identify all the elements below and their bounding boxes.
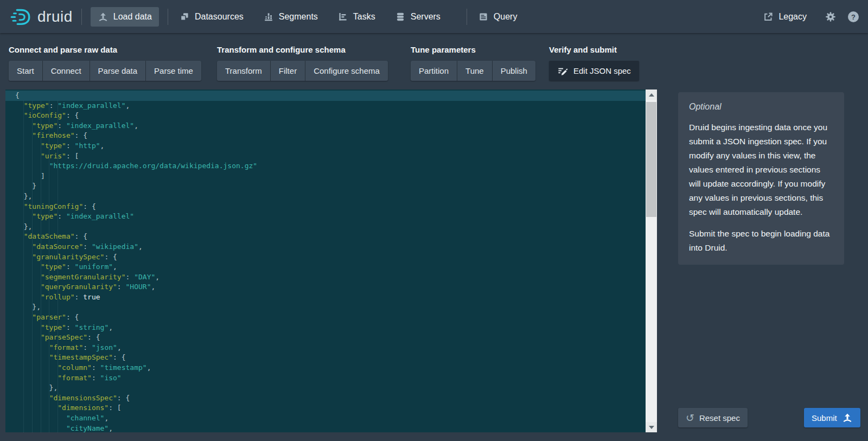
upload-icon [842, 412, 853, 423]
editor-line[interactable]: "parseSpec": { [15, 333, 646, 343]
step-group-heading: Tune parameters [411, 45, 535, 54]
editor-line[interactable]: "rollup": true [15, 292, 646, 303]
json-editor-content[interactable]: { "type": "index_parallel", "ioConfig": … [5, 90, 646, 432]
step-button-configure-schema[interactable]: Configure schema [305, 61, 388, 81]
editor-line[interactable]: "type": "index_parallel", [15, 121, 646, 131]
nav-item-datasources[interactable]: Datasources [177, 7, 246, 27]
callout-title: Optional [689, 102, 833, 112]
editor-line[interactable]: "dimensions": [ [15, 403, 646, 413]
navbar-divider [467, 9, 467, 25]
load-data-button[interactable]: Load data [91, 7, 159, 27]
navbar-divider [81, 9, 82, 25]
step-group-connect: Connect and parse raw data Start Connect… [9, 45, 201, 81]
navbar-divider [168, 9, 168, 25]
json-spec-editor[interactable]: { "type": "index_parallel", "ioConfig": … [5, 90, 646, 432]
step-button-group: Transform Filter Configure schema [217, 61, 388, 81]
help-icon[interactable]: ? [847, 11, 859, 23]
druid-console: druid Load data Datasources [0, 0, 868, 441]
reset-spec-label: Reset spec [699, 413, 740, 423]
editor-line[interactable]: "channel", [15, 413, 646, 424]
step-button-publish[interactable]: Publish [493, 61, 535, 81]
step-button-group: Partition Tune Publish [411, 61, 535, 81]
editor-line[interactable]: "firehose": { [15, 131, 646, 141]
edit-spec-label: Edit JSON spec [573, 66, 631, 75]
editor-line[interactable]: "ioConfig": { [15, 111, 646, 121]
editor-line[interactable]: "cityName", [15, 424, 646, 432]
editor-line[interactable]: "format": "json", [15, 343, 646, 353]
editor-line[interactable]: }, [15, 191, 646, 202]
editor-line[interactable]: "dimensionsSpec": { [15, 393, 646, 404]
step-group-verify: Verify and submit Edit JSON spec [549, 45, 639, 81]
step-group-heading: Connect and parse raw data [9, 45, 201, 54]
editor-line[interactable]: "parser": { [15, 312, 646, 323]
nav-item-servers[interactable]: Servers [393, 7, 443, 27]
segments-icon [263, 11, 274, 22]
editor-line[interactable]: "type": "index_parallel" [15, 212, 646, 222]
edit-spec-icon [557, 66, 568, 76]
settings-gear-icon[interactable] [825, 11, 837, 23]
spec-help-callout: Optional Druid begins ingesting data onc… [678, 92, 844, 265]
editor-line[interactable]: "queryGranularity": "HOUR", [15, 282, 646, 292]
step-button-start[interactable]: Start [9, 61, 42, 81]
ingestion-step-bar: Connect and parse raw data Start Connect… [0, 33, 868, 88]
step-button-group: Edit JSON spec [549, 61, 639, 81]
nav-item-query[interactable]: Query [476, 7, 520, 27]
triangle-down-icon [649, 426, 654, 429]
editor-line[interactable]: "segmentGranularity": "DAY", [15, 272, 646, 283]
reset-spec-button[interactable]: ↺ Reset spec [678, 408, 748, 427]
editor-line[interactable]: "timestampSpec": { [15, 353, 646, 363]
editor-line[interactable]: ] [15, 171, 646, 182]
legacy-link[interactable]: Legacy [756, 7, 814, 27]
scroll-down-button[interactable] [646, 422, 657, 432]
editor-line[interactable]: "type": "index_parallel", [15, 101, 646, 111]
triangle-up-icon [649, 93, 654, 97]
editor-line[interactable]: }, [15, 383, 646, 393]
external-link-icon [763, 11, 774, 22]
step-group-heading: Transform and configure schema [217, 45, 388, 54]
editor-line[interactable]: "type": "http", [15, 141, 646, 151]
nav-item-label: Servers [411, 12, 441, 22]
editor-line[interactable]: }, [15, 302, 646, 312]
submit-button[interactable]: Submit [804, 408, 860, 427]
step-button-tune[interactable]: Tune [457, 61, 492, 81]
step-button-transform[interactable]: Transform [217, 61, 270, 81]
editor-scrollbar[interactable] [646, 90, 657, 432]
step-group-transform: Transform and configure schema Transform… [217, 45, 388, 81]
druid-logo[interactable]: druid [9, 5, 73, 28]
nav-item-tasks[interactable]: Tasks [335, 7, 378, 27]
svg-text:?: ? [851, 12, 856, 21]
editor-line[interactable]: "dataSchema": { [15, 232, 646, 242]
step-button-filter[interactable]: Filter [271, 61, 305, 81]
datasources-icon [179, 11, 190, 22]
editor-line[interactable]: "column": "timestamp", [15, 363, 646, 373]
step-button-parse-data[interactable]: Parse data [90, 61, 146, 81]
editor-line[interactable]: { [5, 91, 646, 101]
step-button-parse-time[interactable]: Parse time [146, 61, 201, 81]
editor-line[interactable]: } [15, 181, 646, 191]
nav-item-segments[interactable]: Segments [261, 7, 320, 27]
submit-label: Submit [812, 413, 837, 423]
step-button-edit-json-spec[interactable]: Edit JSON spec [549, 61, 639, 81]
editor-line[interactable]: "dataSource": "wikipedia", [15, 242, 646, 252]
editor-line[interactable]: }, [15, 222, 646, 232]
editor-line[interactable]: "granularitySpec": { [15, 252, 646, 263]
editor-line[interactable]: "type": "string", [15, 323, 646, 333]
scrollbar-thumb[interactable] [646, 102, 656, 217]
callout-paragraph: Druid begins ingesting data once you sub… [689, 120, 833, 219]
editor-line[interactable]: "format": "iso" [15, 373, 646, 384]
tasks-icon [337, 11, 348, 22]
step-button-partition[interactable]: Partition [411, 61, 457, 81]
editor-line[interactable]: "uris": [ [15, 151, 646, 162]
editor-line[interactable]: "https://druid.apache.org/data/wikipedia… [15, 161, 646, 171]
editor-line[interactable]: "type": "uniform", [15, 262, 646, 272]
servers-icon [395, 11, 406, 22]
reset-icon: ↺ [686, 413, 694, 423]
editor-line[interactable]: "tuningConfig": { [15, 202, 646, 212]
top-navbar: druid Load data Datasources [0, 0, 868, 33]
scroll-up-button[interactable] [646, 90, 657, 100]
brand-name: druid [37, 8, 73, 25]
query-icon [478, 11, 489, 22]
legacy-label: Legacy [778, 12, 807, 22]
nav-item-label: Tasks [353, 12, 375, 22]
step-button-connect[interactable]: Connect [43, 61, 90, 81]
